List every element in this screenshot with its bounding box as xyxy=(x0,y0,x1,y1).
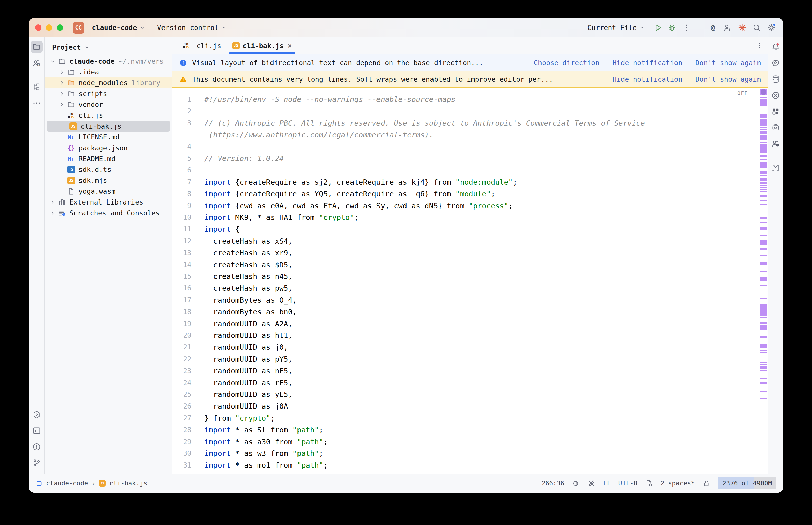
code-line-9[interactable]: 9import {cwd as e0A, cwd as FfA, cwd as … xyxy=(172,200,757,212)
more-actions-icon[interactable] xyxy=(681,22,692,33)
inspections-piggy-icon[interactable] xyxy=(572,479,580,487)
code-line-8[interactable]: 8import {createRequire as YQ5, createReq… xyxy=(172,188,757,200)
run-icon[interactable] xyxy=(652,22,663,33)
readonly-pencil-icon[interactable] xyxy=(587,479,595,487)
tree-chevron-icon[interactable] xyxy=(57,102,67,108)
scrollbar-thumb[interactable] xyxy=(761,89,766,95)
zoom-window-button[interactable] xyxy=(57,25,63,31)
debug-icon[interactable] xyxy=(666,22,678,33)
line-separator[interactable]: LF xyxy=(603,480,611,487)
pull-requests-icon[interactable]: ? xyxy=(31,57,43,69)
choose-direction-link[interactable]: Choose direction xyxy=(534,59,599,66)
tree-item-vendor[interactable]: vendor xyxy=(45,99,172,110)
tree-item-cli-js[interactable]: 100JScli.js xyxy=(45,110,172,121)
database-tool-icon[interactable] xyxy=(770,73,782,85)
code-line-30[interactable]: 30import * as w3 from "path"; xyxy=(172,448,757,460)
bot-tool-icon[interactable] xyxy=(770,122,782,134)
structure-tool-icon[interactable] xyxy=(31,81,43,93)
terminal-tool-icon[interactable] xyxy=(31,425,43,437)
code-line-2[interactable]: 2 xyxy=(172,105,757,117)
vcs-widget[interactable]: Version control xyxy=(154,22,231,33)
code-line-17[interactable]: 17 randomBytes as O_4, xyxy=(172,294,757,306)
indent-style[interactable]: 2 spaces* xyxy=(661,480,695,487)
tree-item-claude-code[interactable]: claude-code~/.nvm/vers xyxy=(45,56,172,66)
hide-notification-link[interactable]: Hide notification xyxy=(612,75,682,83)
tree-item-node-modules[interactable]: node_moduleslibrary xyxy=(45,77,172,88)
code-line-1[interactable]: 1#!/usr/bin/env -S node --no-warnings --… xyxy=(172,93,757,105)
gateway-m-icon[interactable] xyxy=(770,162,782,174)
code-with-me-invite-icon[interactable] xyxy=(722,22,733,33)
tree-chevron-icon[interactable] xyxy=(48,210,57,216)
tree-item-sdk-mjs[interactable]: JSsdk.mjs xyxy=(45,175,172,186)
tree-item-license-md[interactable]: M↓LICENSE.md xyxy=(45,132,172,142)
tree-item-scratches-and-consoles[interactable]: Scratches and Consoles xyxy=(45,208,172,219)
code-line-16[interactable]: 16 createHash as pw5, xyxy=(172,282,757,294)
git-tool-icon[interactable] xyxy=(31,457,43,469)
code-line-23[interactable]: 23 randomUUID as nF5, xyxy=(172,365,757,377)
tree-chevron-icon[interactable] xyxy=(57,69,67,75)
tree-item-sdk-d-ts[interactable]: TSsdk.d.ts xyxy=(45,164,172,175)
hide-notification-link[interactable]: Hide notification xyxy=(612,59,682,66)
code-line-29[interactable]: 29import * as a30 from "path"; xyxy=(172,436,757,448)
breadcrumb-file[interactable]: cli-bak.js xyxy=(109,480,147,487)
at-mentions-icon[interactable]: @ xyxy=(707,22,718,33)
dont-show-again-link[interactable]: Don't show again xyxy=(695,59,761,66)
code-line-19[interactable]: 19 randomUUID as A2A, xyxy=(172,318,757,330)
minimize-window-button[interactable] xyxy=(46,25,52,31)
editor-scrollbar[interactable] xyxy=(760,88,767,474)
plugin-tool-icon[interactable] xyxy=(770,105,782,118)
tree-item-readme-md[interactable]: M↓README.md xyxy=(45,153,172,164)
close-window-button[interactable] xyxy=(35,25,41,31)
memory-indicator[interactable]: 2376 of 4900M xyxy=(718,477,777,490)
ai-chat-icon[interactable] xyxy=(770,57,782,69)
caret-position[interactable]: 266:36 xyxy=(542,480,564,487)
lock-icon[interactable] xyxy=(702,479,710,487)
code-line-15[interactable]: 15 createHash as n45, xyxy=(172,271,757,282)
tree-item-package-json[interactable]: {}package.json xyxy=(45,142,172,153)
code-line-13[interactable]: 13 createHash as xr9, xyxy=(172,247,757,259)
code-line-3[interactable]: 3// (c) Anthropic PBC. All rights reserv… xyxy=(172,117,757,129)
tab-cli-bak-js[interactable]: JS cli-bak.js × xyxy=(227,37,297,54)
code-line-5[interactable]: 5// Version: 1.0.24 xyxy=(172,153,757,164)
more-tools-icon[interactable] xyxy=(31,97,43,109)
tree-item--idea[interactable]: .idea xyxy=(45,66,172,77)
code-line-26[interactable]: 26 randomUUID as j0A xyxy=(172,401,757,412)
tab-cli-js[interactable]: 100JS cli.js xyxy=(176,37,227,54)
breadcrumb-project[interactable]: claude-code xyxy=(46,480,88,487)
tree-chevron-icon[interactable] xyxy=(48,199,57,205)
ai-assistant-icon[interactable] xyxy=(737,22,748,33)
code-line-28[interactable]: 28import * as Sl from "path"; xyxy=(172,424,757,436)
tree-chevron-icon[interactable] xyxy=(57,80,67,86)
code-line-20[interactable]: 20 randomUUID as ht1, xyxy=(172,330,757,342)
tab-options-icon[interactable] xyxy=(755,37,768,54)
code-line-27[interactable]: 27} from "crypto"; xyxy=(172,412,757,424)
project-panel-header[interactable]: Project xyxy=(45,40,172,56)
tree-item-yoga-wasm[interactable]: yoga.wasm xyxy=(45,186,172,197)
close-tab-icon[interactable]: × xyxy=(287,42,292,50)
code-line-21[interactable]: 21 randomUUID as j0, xyxy=(172,342,757,353)
notifications-bell-icon[interactable] xyxy=(770,41,782,53)
tree-item-cli-bak-js[interactable]: JScli-bak.js xyxy=(47,121,170,132)
code-line-wrap[interactable]: (https://www.anthropic.com/legal/commerc… xyxy=(172,129,757,141)
project-widget[interactable]: claude-code xyxy=(88,22,149,33)
code-line-25[interactable]: 25 randomUUID as yE5, xyxy=(172,389,757,401)
services-tool-icon[interactable] xyxy=(31,408,43,421)
code-line-18[interactable]: 18 randomBytes as bn0, xyxy=(172,306,757,318)
dont-show-again-link[interactable]: Don't show again xyxy=(695,75,761,83)
run-configuration-widget[interactable]: Current File xyxy=(584,22,648,33)
problems-tool-icon[interactable] xyxy=(31,441,43,453)
settings-gear-icon[interactable] xyxy=(766,22,777,33)
code-line-24[interactable]: 24 randomUUID as rF5, xyxy=(172,377,757,389)
search-everywhere-icon[interactable] xyxy=(751,22,762,33)
code-line-14[interactable]: 14 createHash as $D5, xyxy=(172,259,757,271)
code-line-22[interactable]: 22 randomUUID as pY5, xyxy=(172,353,757,365)
file-encoding[interactable]: UTF-8 xyxy=(618,480,637,487)
code-editor[interactable]: OFF 1#!/usr/bin/env -S node --no-warning… xyxy=(172,88,768,474)
code-line-11[interactable]: 11import { xyxy=(172,223,757,235)
code-line-7[interactable]: 7import {createRequire as sj2, createReq… xyxy=(172,176,757,188)
code-line-12[interactable]: 12 createHash as xS4, xyxy=(172,235,757,247)
tree-chevron-icon[interactable] xyxy=(48,58,57,64)
code-line-4[interactable]: 4 xyxy=(172,141,757,153)
code-line-31[interactable]: 31import * as mo1 from "path"; xyxy=(172,460,757,471)
tree-item-scripts[interactable]: scripts xyxy=(45,88,172,99)
